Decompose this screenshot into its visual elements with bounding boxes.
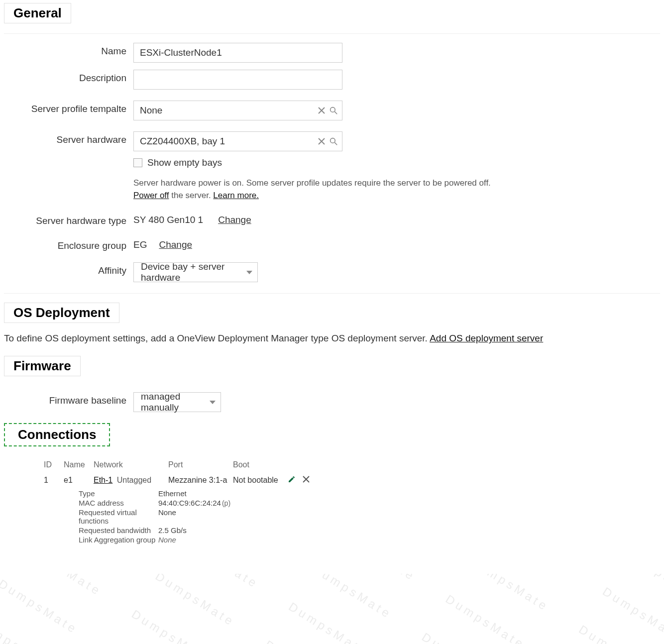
search-icon[interactable] [329,137,338,146]
show-empty-bays-label: Show empty bays [147,157,222,168]
cell-id: 1 [44,476,64,485]
change-hardware-type-link[interactable]: Change [218,213,251,225]
section-title-connections: Connections [4,423,110,446]
clear-icon[interactable] [317,137,326,146]
detail-key-rvf: Requested virtual functions [79,508,158,525]
detail-val-lag: None [158,536,288,544]
label-name: Name [4,43,133,57]
detail-key-bw: Requested bandwidth [79,526,158,535]
table-row: 1 e1 Eth-1 Untagged Mezzanine 3:1-a Not … [29,473,347,487]
edit-icon[interactable] [288,475,303,485]
enclosure-group-value: EG [133,237,147,250]
detail-key-type: Type [79,489,158,498]
col-name: Name [64,460,94,469]
connection-details: Type Ethernet MAC address 94:40:C9:6C:24… [79,489,347,544]
firmware-baseline-value: managed manually [141,391,205,413]
learn-more-link[interactable]: Learn more. [213,191,259,200]
label-description: Description [4,70,133,84]
network-tag: Untagged [117,476,151,484]
label-affinity: Affinity [4,262,133,276]
label-firmware-baseline: Firmware baseline [4,392,133,406]
power-info-text: Server hardware power is on. Some server… [133,177,492,202]
cell-boot: Not bootable [233,476,288,485]
label-profile-template: Server profile tempalte [4,101,133,114]
os-deployment-info: To define OS deployment settings, add a … [4,333,660,344]
section-title-os-deployment: OS Deployment [4,303,119,323]
affinity-select[interactable]: Device bay + server hardware [133,262,258,282]
profile-template-value: None [140,105,314,116]
add-os-deployment-server-link[interactable]: Add OS deployment server [430,333,543,343]
detail-val-rvf: None [158,508,288,525]
profile-template-combo[interactable]: None [133,101,342,120]
separator [4,293,660,294]
name-input[interactable] [133,43,342,63]
label-hardware-type: Server hardware type [4,213,133,226]
connections-header: ID Name Network Port Boot [29,458,347,473]
detail-key-mac: MAC address [79,499,158,507]
change-enclosure-link[interactable]: Change [159,237,192,250]
detail-val-type: Ethernet [158,489,288,498]
section-title-general: General [4,3,71,23]
hardware-type-value: SY 480 Gen10 1 [133,213,203,225]
power-off-link[interactable]: Power off [133,191,169,200]
checkbox-box[interactable] [133,158,142,167]
col-network: Network [94,460,168,469]
detail-val-bw: 2.5 Gb/s [158,526,288,535]
show-empty-bays-checkbox[interactable]: Show empty bays [133,157,492,168]
label-enclosure-group: Enclosure group [4,237,133,251]
delete-icon[interactable] [303,476,318,485]
svg-point-0 [331,107,335,112]
svg-point-1 [331,138,335,143]
affinity-value: Device bay + server hardware [141,261,241,283]
chevron-down-icon [210,401,216,404]
cell-name: e1 [64,476,94,485]
separator [4,33,660,34]
label-server-hardware: Server hardware [4,131,133,145]
detail-key-lag: Link Aggregation group [79,536,158,544]
section-title-firmware: Firmware [4,356,81,376]
clear-icon[interactable] [317,106,326,115]
col-id: ID [44,460,64,469]
chevron-down-icon [246,271,252,274]
col-port: Port [168,460,233,469]
network-link[interactable]: Eth-1 [94,476,112,484]
server-hardware-value: CZ204400XB, bay 1 [140,136,314,147]
search-icon[interactable] [329,106,338,115]
detail-val-mac: 94:40:C9:6C:24:24(p) [158,499,288,507]
description-input[interactable] [133,70,342,90]
cell-port: Mezzanine 3:1-a [168,476,233,485]
col-boot: Boot [233,460,288,469]
server-hardware-combo[interactable]: CZ204400XB, bay 1 [133,131,342,151]
firmware-baseline-select[interactable]: managed manually [133,392,221,412]
